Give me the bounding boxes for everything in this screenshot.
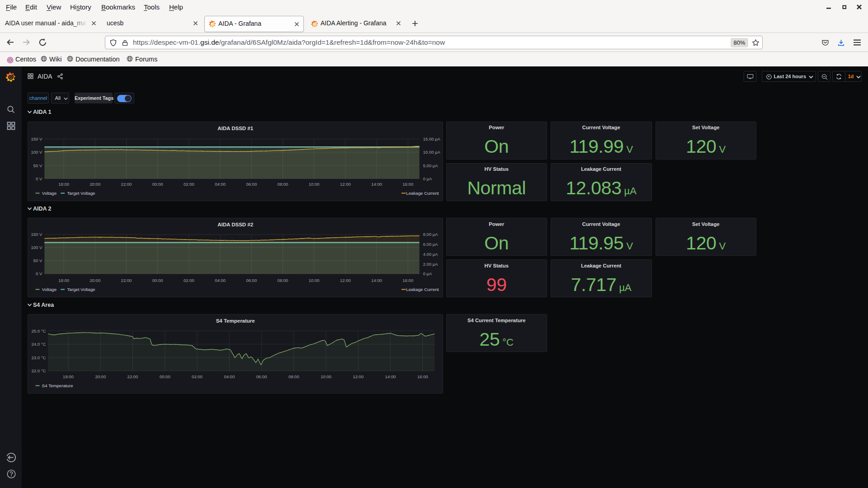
svg-text:18:00: 18:00	[58, 181, 69, 186]
svg-text:14:00: 14:00	[385, 374, 396, 379]
svg-text:12:00: 12:00	[340, 278, 351, 283]
svg-text:08:00: 08:00	[277, 181, 288, 186]
svg-text:06:00: 06:00	[246, 278, 257, 283]
svg-text:04:00: 04:00	[215, 278, 226, 283]
svg-text:02:00: 02:00	[184, 181, 194, 186]
svg-text:20:00: 20:00	[90, 278, 100, 283]
svg-text:2.00 µA: 2.00 µA	[423, 262, 438, 267]
svg-text:5.00 µA: 5.00 µA	[423, 163, 438, 168]
svg-text:Voltage: Voltage	[42, 190, 56, 195]
svg-text:150 V: 150 V	[31, 136, 42, 141]
svg-text:02:00: 02:00	[192, 374, 203, 379]
svg-text:08:00: 08:00	[277, 278, 288, 283]
svg-text:22:00: 22:00	[127, 374, 138, 379]
svg-text:02:00: 02:00	[184, 278, 194, 283]
svg-text:150 V: 150 V	[31, 232, 42, 237]
svg-text:04:00: 04:00	[224, 374, 235, 379]
svg-text:22:00: 22:00	[121, 278, 132, 283]
svg-text:00:00: 00:00	[152, 278, 163, 283]
svg-text:15.00 µA: 15.00 µA	[423, 136, 440, 141]
svg-text:Leakage Current: Leakage Current	[406, 190, 439, 195]
svg-text:AIDA DSSD #1: AIDA DSSD #1	[217, 125, 253, 131]
svg-text:Voltage: Voltage	[42, 287, 56, 292]
svg-text:00:00: 00:00	[159, 374, 170, 379]
svg-text:100 V: 100 V	[31, 150, 42, 155]
svg-text:Leakage Current: Leakage Current	[406, 287, 439, 292]
svg-text:24.0 °C: 24.0 °C	[31, 342, 46, 347]
svg-text:16:00: 16:00	[402, 181, 413, 186]
svg-text:06:00: 06:00	[246, 181, 257, 186]
svg-text:S4 Temperature: S4 Temperature	[216, 318, 255, 324]
svg-text:12:00: 12:00	[340, 181, 351, 186]
svg-text:Target Voltage: Target Voltage	[67, 287, 95, 292]
svg-text:8.00 µA: 8.00 µA	[423, 232, 438, 237]
svg-text:10:00: 10:00	[308, 278, 319, 283]
svg-text:Target Voltage: Target Voltage	[67, 190, 95, 195]
svg-text:00:00: 00:00	[152, 181, 163, 186]
svg-text:16:00: 16:00	[417, 374, 428, 379]
svg-text:100 V: 100 V	[31, 245, 42, 250]
svg-text:06:00: 06:00	[256, 374, 267, 379]
svg-text:12:00: 12:00	[353, 374, 363, 379]
svg-text:23.0 °C: 23.0 °C	[31, 355, 46, 360]
svg-text:0 V: 0 V	[36, 271, 42, 276]
svg-text:04:00: 04:00	[215, 181, 226, 186]
svg-text:4.00 µA: 4.00 µA	[423, 252, 438, 257]
svg-text:10:00: 10:00	[308, 181, 319, 186]
svg-text:50 V: 50 V	[33, 258, 42, 263]
svg-text:14:00: 14:00	[371, 278, 382, 283]
svg-text:6.00 µA: 6.00 µA	[423, 242, 438, 247]
svg-text:20:00: 20:00	[95, 374, 106, 379]
svg-text:18:00: 18:00	[63, 374, 74, 379]
svg-text:14:00: 14:00	[371, 181, 382, 186]
svg-text:18:00: 18:00	[58, 278, 69, 283]
svg-text:10.00 µA: 10.00 µA	[423, 150, 440, 155]
svg-text:S4 Temperature: S4 Temperature	[42, 383, 73, 388]
svg-text:AIDA DSSD #2: AIDA DSSD #2	[217, 222, 253, 227]
svg-text:22:00: 22:00	[121, 181, 132, 186]
svg-text:20:00: 20:00	[90, 181, 100, 186]
svg-text:0 µA: 0 µA	[423, 271, 432, 276]
svg-text:25.0 °C: 25.0 °C	[31, 328, 46, 333]
svg-text:10:00: 10:00	[321, 374, 331, 379]
svg-text:0 µA: 0 µA	[423, 176, 432, 181]
svg-text:16:00: 16:00	[402, 278, 413, 283]
svg-text:0 V: 0 V	[36, 176, 42, 181]
svg-text:50 V: 50 V	[33, 163, 42, 168]
svg-text:22.0 °C: 22.0 °C	[31, 368, 46, 373]
svg-text:08:00: 08:00	[288, 374, 299, 379]
